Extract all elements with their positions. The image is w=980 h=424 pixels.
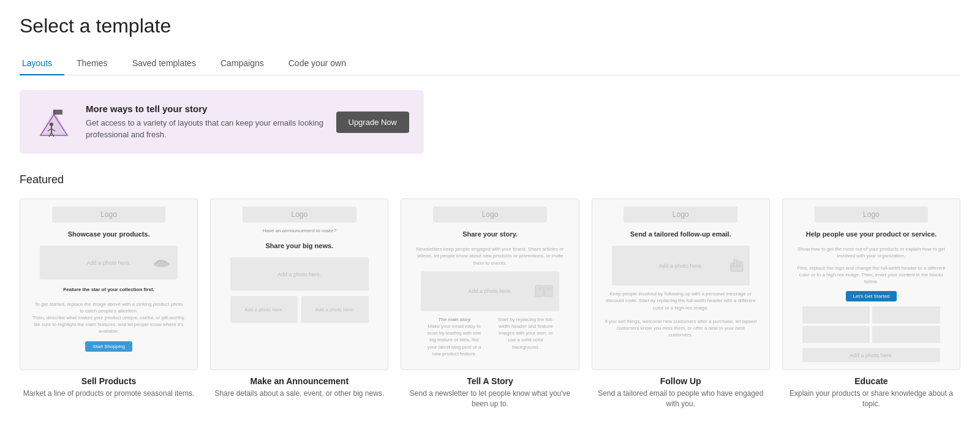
tab-saved-templates[interactable]: Saved templates [120, 52, 208, 75]
preview-logo-1: Logo [52, 206, 166, 222]
svg-rect-11 [535, 286, 543, 297]
svg-rect-3 [54, 110, 62, 115]
preview-subtext-5: Show how to get the most out of your pro… [790, 246, 952, 259]
preview-grid-item-3 [802, 326, 870, 343]
preview-logo-3: Logo [433, 206, 547, 222]
svg-rect-12 [545, 286, 552, 297]
preview-logo-2: Logo [243, 206, 356, 222]
template-name-follow-up: Follow Up [592, 376, 770, 386]
template-name-make-announcement: Make an Announcement [210, 376, 388, 386]
svg-point-4 [50, 123, 53, 126]
promo-illustration [34, 102, 74, 142]
template-name-tell-story: Tell A Story [401, 376, 579, 386]
preview-heading-2: Share your big news. [260, 239, 338, 252]
template-name-sell-products: Sell Products [20, 376, 198, 386]
template-preview-sell-products[interactable]: Logo Showcase your products. Add a photo… [20, 199, 198, 370]
preview-body-5: First, replace the logo and change the f… [790, 265, 952, 286]
template-card-tell-story[interactable]: Logo Share your story. Newsletters keep … [401, 199, 579, 409]
preview-heading-5: Help people use your product or service. [801, 227, 941, 241]
preview-story-label: The main story [421, 316, 488, 323]
preview-two-col-2: Add a photo here. Add a photo here. [230, 296, 368, 323]
svg-rect-21 [731, 267, 743, 271]
preview-img-4: Add a photo here. [612, 246, 750, 286]
featured-section-title: Featured [20, 173, 960, 186]
preview-grid-item-2 [872, 306, 940, 324]
template-card-educate[interactable]: Logo Help people use your product or ser… [782, 199, 960, 409]
preview-img-3: Add a photo here. [421, 271, 559, 311]
tab-layouts[interactable]: Layouts [20, 52, 64, 75]
tab-themes[interactable]: Themes [64, 52, 120, 75]
template-desc-sell-products: Market a line of products or promote sea… [20, 388, 198, 399]
preview-col2-text: Start by replacing the full-width header… [492, 316, 559, 350]
template-card-follow-up[interactable]: Logo Send a tailored follow-up email. Ad… [592, 199, 770, 409]
template-desc-make-announcement: Share details about a sale, event, or ot… [210, 388, 388, 399]
preview-grid-item-1 [802, 306, 870, 324]
tab-campaigns[interactable]: Campaigns [208, 52, 276, 75]
preview-body-1: To get started, replace the image above … [28, 301, 190, 335]
preview-italic-2: Have an announcement to make? [258, 227, 341, 234]
template-desc-educate: Explain your products or share knowledge… [782, 388, 960, 409]
preview-img-5: Add a photo here. [802, 348, 940, 362]
preview-subtext-3: Newsletters keep people engaged with you… [409, 246, 571, 267]
template-preview-follow-up[interactable]: Logo Send a tailored follow-up email. Ad… [592, 199, 770, 370]
preview-img-1: Add a photo here. [40, 246, 178, 279]
preview-heading-4: Send a tailored follow-up email. [625, 227, 736, 241]
tabs-nav: Layouts Themes Saved templates Campaigns… [20, 52, 960, 75]
preview-img-2: Add a photo here. [230, 257, 368, 291]
preview-grid-5 [802, 306, 940, 343]
template-preview-educate[interactable]: Logo Help people use your product or ser… [782, 199, 960, 370]
promo-text: More ways to tell your story Get access … [86, 104, 324, 140]
preview-logo-4: Logo [624, 206, 737, 222]
preview-grid-item-4 [872, 326, 940, 343]
promo-banner: More ways to tell your story Get access … [20, 90, 424, 154]
preview-subheading-1: Feature the star of your collection firs… [58, 284, 159, 295]
preview-body-4: Keep people involved by following up wit… [600, 290, 762, 338]
svg-point-10 [154, 261, 170, 267]
page-title: Select a template [20, 15, 960, 37]
promo-heading: More ways to tell your story [86, 104, 324, 114]
templates-grid: Logo Showcase your products. Add a photo… [20, 199, 960, 409]
preview-story-text: Make your email easy to scan by leading … [421, 323, 488, 357]
preview-heading-3: Share your story. [458, 227, 522, 241]
template-card-sell-products[interactable]: Logo Showcase your products. Add a photo… [20, 199, 198, 409]
tab-code-your-own[interactable]: Code your own [276, 52, 358, 75]
promo-description: Get access to a variety of layouts that … [86, 118, 324, 140]
preview-button-1: Start Shopping [85, 341, 132, 352]
template-desc-follow-up: Send a tailored email to people who have… [592, 388, 770, 409]
template-preview-tell-story[interactable]: Logo Share your story. Newsletters keep … [401, 199, 579, 370]
preview-heading-1: Showcase your products. [63, 227, 155, 241]
template-preview-make-announcement[interactable]: Logo Have an announcement to make? Share… [210, 199, 388, 370]
upgrade-now-button[interactable]: Upgrade Now [336, 112, 410, 133]
template-name-educate: Educate [782, 376, 960, 386]
template-card-make-announcement[interactable]: Logo Have an announcement to make? Share… [210, 199, 388, 409]
preview-button-5: Let's Get Started [846, 291, 897, 301]
preview-logo-5: Logo [815, 206, 929, 222]
template-desc-tell-story: Send a newsletter to let people know wha… [401, 388, 579, 409]
